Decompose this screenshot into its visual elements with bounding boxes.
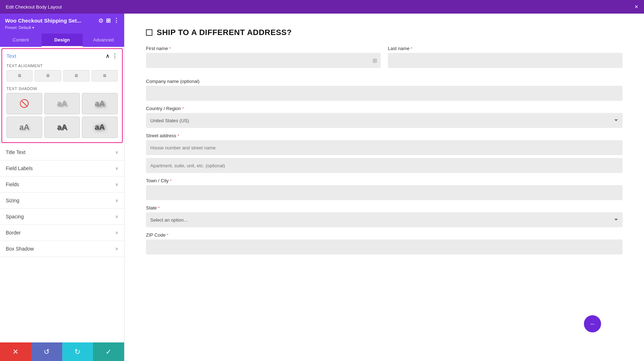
spacing-section: Spacing ∨ — [0, 209, 124, 225]
country-label: Country / Region * — [146, 106, 623, 111]
field-labels-label: Field Labels — [6, 165, 33, 171]
text-section-header: Text ∧ ⋮ — [2, 49, 122, 62]
state-select[interactable]: Select an option... — [146, 212, 623, 227]
alignment-row: ≡ ≡ ≡ ≡ — [6, 70, 118, 81]
zip-label: ZIP Code * — [146, 232, 623, 238]
shadow-option-5[interactable]: aA — [82, 117, 118, 138]
fab-dots: ••• — [590, 322, 594, 326]
align-right-button[interactable]: ≡ — [63, 70, 89, 81]
tab-bar: Content Design Advanced — [0, 34, 124, 47]
undo-button[interactable]: ↺ — [31, 342, 62, 361]
ship-checkbox[interactable] — [146, 29, 152, 36]
field-icon: ⊞ — [372, 57, 377, 64]
border-section: Border ∨ — [0, 225, 124, 241]
save-icon: ✓ — [106, 347, 112, 356]
shadow-text-3: aA — [19, 123, 29, 132]
shadow-text-1: aA — [57, 99, 67, 108]
left-panel: Woo Checkout Shipping Set... ⊙ ⊞ ⋮ Prese… — [0, 14, 125, 361]
grid-icon[interactable]: ⊞ — [106, 17, 111, 24]
more-icon[interactable]: ⋮ — [113, 17, 119, 24]
tab-advanced[interactable]: Advanced — [83, 34, 124, 47]
last-name-label: Last name * — [388, 46, 623, 51]
text-section: Text ∧ ⋮ Text Alignment ≡ ≡ — [1, 48, 123, 143]
box-shadow-section: Box Shadow ∨ — [0, 241, 124, 257]
zip-field: ZIP Code * — [146, 232, 623, 254]
box-shadow-chevron: ∨ — [115, 246, 118, 251]
country-field: Country / Region * United States (US) — [146, 106, 623, 128]
last-name-input[interactable] — [388, 53, 623, 68]
shadow-none-option[interactable]: 🚫 — [6, 93, 42, 114]
panel-title-row: Woo Checkout Shipping Set... ⊙ ⊞ ⋮ — [5, 17, 119, 24]
fab-button[interactable]: ••• — [584, 315, 601, 332]
tab-content[interactable]: Content — [0, 34, 42, 47]
collapse-icon[interactable]: ∧ — [106, 53, 110, 59]
first-name-required: * — [169, 46, 171, 51]
company-name-field: Company name (optional) — [146, 79, 623, 101]
street-input-1[interactable] — [146, 140, 623, 155]
town-field: Town / City * — [146, 178, 623, 200]
align-left-button[interactable]: ≡ — [6, 70, 33, 81]
shadow-option-4[interactable]: aA — [44, 117, 80, 138]
sizing-label: Sizing — [6, 198, 19, 203]
town-label: Town / City * — [146, 178, 623, 183]
title-text-header[interactable]: Title Text ∨ — [0, 144, 124, 160]
state-label: State * — [146, 205, 623, 211]
sizing-section: Sizing ∨ — [0, 193, 124, 209]
align-center-button[interactable]: ≡ — [35, 70, 61, 81]
border-chevron: ∨ — [115, 230, 118, 235]
shadow-option-3[interactable]: aA — [6, 117, 42, 138]
form-title-row: SHIP TO A DIFFERENT ADDRESS? — [146, 28, 623, 37]
preset-label[interactable]: Preset: Default ▾ — [5, 25, 34, 30]
first-name-label: First name * — [146, 46, 381, 51]
last-name-field: Last name * — [388, 46, 623, 68]
title-text-section: Title Text ∨ — [0, 144, 124, 160]
border-header[interactable]: Border ∨ — [0, 225, 124, 241]
street-address-field: Street address * — [146, 133, 623, 173]
spacing-header[interactable]: Spacing ∨ — [0, 209, 124, 224]
town-input[interactable] — [146, 185, 623, 200]
panel-subtitle: Preset: Default ▾ — [5, 25, 119, 30]
shadow-text-5: aA — [95, 123, 105, 132]
first-name-input[interactable]: ⊞ — [146, 53, 381, 68]
close-button[interactable]: × — [634, 3, 638, 11]
panel-header: Woo Checkout Shipping Set... ⊙ ⊞ ⋮ Prese… — [0, 14, 124, 34]
field-labels-section: Field Labels ∨ — [0, 160, 124, 177]
panel-content: Text ∧ ⋮ Text Alignment ≡ ≡ — [0, 47, 124, 342]
shadow-grid: 🚫 aA aA aA aA — [6, 93, 118, 138]
fields-section: Fields ∨ — [0, 177, 124, 193]
last-name-required: * — [411, 46, 412, 51]
alignment-label: Text Alignment — [6, 64, 118, 68]
title-bar: Edit Checkout Body Layout × — [0, 0, 644, 14]
window-title: Edit Checkout Body Layout — [6, 4, 62, 10]
more-options-icon[interactable]: ⋮ — [112, 53, 118, 59]
text-section-title: Text — [6, 53, 16, 59]
align-center-icon: ≡ — [46, 73, 49, 79]
box-shadow-header[interactable]: Box Shadow ∨ — [0, 241, 124, 257]
zip-input[interactable] — [146, 239, 623, 254]
bottom-toolbar: ✕ ↺ ↻ ✓ — [0, 342, 124, 361]
shadow-option-1[interactable]: aA — [44, 93, 80, 114]
fields-header[interactable]: Fields ∨ — [0, 177, 124, 192]
title-text-chevron: ∨ — [115, 150, 118, 155]
redo-button[interactable]: ↻ — [62, 342, 93, 361]
shadow-label: Text Shadow — [6, 86, 118, 91]
country-select[interactable]: United States (US) — [146, 113, 623, 128]
settings-icon[interactable]: ⊙ — [98, 17, 103, 24]
company-name-input[interactable] — [146, 86, 623, 101]
sizing-header[interactable]: Sizing ∨ — [0, 193, 124, 208]
street-input-2[interactable] — [146, 158, 623, 173]
redo-icon: ↻ — [74, 347, 80, 356]
box-shadow-label: Box Shadow — [6, 246, 34, 252]
tab-design[interactable]: Design — [42, 34, 83, 47]
cancel-button[interactable]: ✕ — [0, 342, 31, 361]
company-name-label: Company name (optional) — [146, 79, 623, 84]
field-labels-header[interactable]: Field Labels ∨ — [0, 160, 124, 176]
save-button[interactable]: ✓ — [93, 342, 124, 361]
shadow-option-2[interactable]: aA — [82, 93, 118, 114]
title-text-label: Title Text — [6, 149, 25, 155]
align-right-icon: ≡ — [74, 73, 78, 79]
align-justify-button[interactable]: ≡ — [92, 70, 118, 81]
fields-chevron: ∨ — [115, 182, 118, 187]
panel-title-icons: ⊙ ⊞ ⋮ — [98, 17, 119, 24]
spacing-label: Spacing — [6, 214, 24, 219]
